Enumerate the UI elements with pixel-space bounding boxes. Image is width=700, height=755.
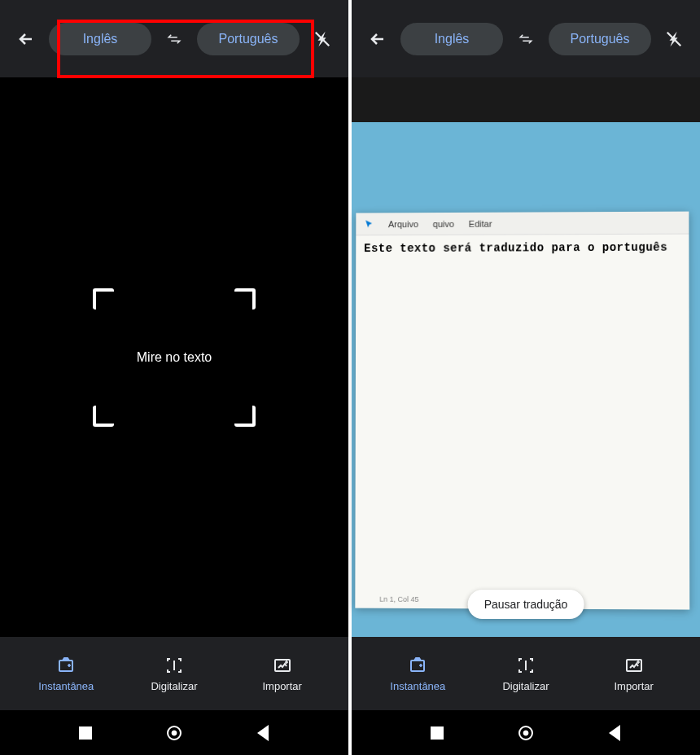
- back-arrow-icon: [368, 29, 387, 49]
- mode-scan[interactable]: Digitalizar: [472, 656, 580, 692]
- nav-recent-button[interactable]: [428, 724, 446, 742]
- nav-home-button[interactable]: [517, 724, 535, 742]
- top-bar: Inglês Português: [0, 0, 348, 77]
- frame-corner-bl: [93, 406, 114, 427]
- svg-line-3: [667, 32, 681, 46]
- pause-translation-button[interactable]: Pausar tradução: [468, 590, 584, 619]
- back-button[interactable]: [8, 21, 44, 57]
- flash-off-icon: [665, 30, 683, 48]
- android-nav-bar: [0, 710, 348, 755]
- nav-home-button[interactable]: [165, 724, 183, 742]
- swap-icon: [167, 32, 182, 46]
- swap-languages-button[interactable]: [508, 21, 544, 57]
- android-nav-bar: [352, 710, 700, 755]
- scan-icon: [164, 656, 184, 675]
- svg-line-0: [316, 32, 330, 46]
- back-arrow-icon: [16, 29, 36, 49]
- mode-instant-label: Instantânea: [38, 680, 94, 692]
- nav-back-button[interactable]: [254, 724, 272, 742]
- top-bar: Inglês Português: [352, 0, 700, 77]
- source-language-pill[interactable]: Inglês: [49, 23, 151, 55]
- flash-toggle-button[interactable]: [656, 21, 692, 57]
- mode-scan[interactable]: Digitalizar: [120, 656, 229, 692]
- svg-rect-5: [627, 660, 641, 671]
- mode-import-label: Importar: [614, 680, 653, 692]
- menu-arquivo: Arquivo: [388, 219, 418, 229]
- home-icon: [518, 726, 533, 740]
- frame-corner-tr: [234, 288, 256, 309]
- back-button[interactable]: [360, 21, 396, 57]
- notepad-window: Arquivo quivo Editar Este texto será tra…: [355, 212, 689, 610]
- translated-text-overlay: Este texto será traduzido para o portugu…: [356, 235, 689, 261]
- mode-instant[interactable]: Instantânea: [12, 656, 120, 692]
- mode-import[interactable]: Importar: [228, 656, 336, 692]
- camera-viewfinder: Mire no texto: [0, 77, 348, 637]
- flash-toggle-button[interactable]: [304, 21, 340, 57]
- import-icon: [624, 656, 644, 675]
- swap-icon: [518, 32, 533, 46]
- notepad-menu-bar: Arquivo quivo Editar: [356, 212, 689, 236]
- mode-import[interactable]: Importar: [580, 656, 688, 692]
- instant-icon: [56, 656, 76, 675]
- camera-viewfinder-live: Arquivo quivo Editar Este texto será tra…: [352, 77, 700, 637]
- mode-scan-label: Digitalizar: [502, 680, 549, 692]
- mode-bar: Instantânea Digitalizar Importar: [0, 637, 348, 710]
- mode-bar: Instantânea Digitalizar Importar: [352, 637, 700, 710]
- swap-languages-button[interactable]: [156, 21, 192, 57]
- notepad-status-bar: Ln 1, Col 45: [379, 595, 418, 604]
- back-triangle-icon: [257, 725, 269, 741]
- menu-quivo: quivo: [433, 218, 454, 228]
- scan-icon: [516, 656, 536, 675]
- aim-hint-text: Mire no texto: [137, 350, 212, 365]
- mode-import-label: Importar: [262, 680, 301, 692]
- nav-back-button[interactable]: [606, 724, 623, 742]
- target-language-pill[interactable]: Português: [197, 23, 300, 55]
- right-screenshot: Inglês Português Arquivo quivo Editar Es…: [352, 0, 700, 755]
- import-icon: [273, 656, 292, 675]
- frame-corner-tl: [93, 288, 114, 309]
- nav-recent-button[interactable]: [77, 724, 94, 742]
- target-language-pill[interactable]: Português: [549, 23, 651, 55]
- mode-instant-label: Instantânea: [390, 680, 445, 692]
- recent-icon: [79, 726, 92, 740]
- mode-scan-label: Digitalizar: [151, 680, 197, 692]
- svg-rect-2: [275, 660, 290, 671]
- cursor-icon: [364, 219, 374, 229]
- aim-frame: Mire no texto: [93, 288, 256, 427]
- frame-corner-br: [234, 406, 256, 427]
- left-screenshot: Inglês Português Mire no texto Instantân…: [0, 0, 348, 755]
- mode-instant[interactable]: Instantânea: [364, 656, 472, 692]
- recent-icon: [431, 726, 444, 740]
- source-language-pill[interactable]: Inglês: [400, 23, 503, 55]
- instant-icon: [408, 656, 427, 675]
- flash-off-icon: [313, 30, 331, 48]
- back-triangle-icon: [609, 725, 620, 741]
- menu-editar: Editar: [469, 218, 492, 228]
- home-icon: [167, 726, 182, 740]
